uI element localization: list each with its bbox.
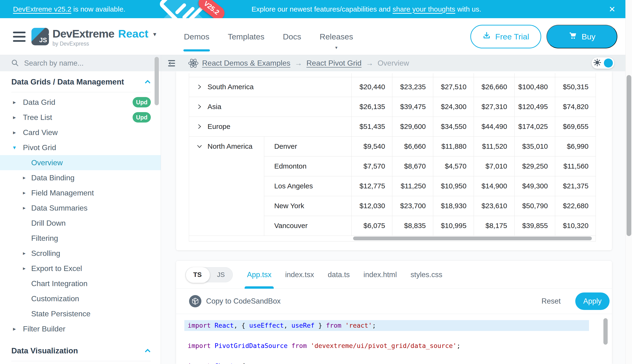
breadcrumb-link-react-demos-examples[interactable]: React Demos & Examples: [202, 59, 290, 68]
code-token: [288, 342, 291, 349]
tab-data-ts[interactable]: data.ts: [328, 261, 350, 289]
pivot-value-cell: $21,375: [555, 176, 596, 196]
page-scrollbar-track[interactable]: [625, 0, 632, 364]
sidebar-item-field-management[interactable]: ▸Field Management: [0, 185, 161, 200]
sidebar: Data Grids / Data Management▸Data GridUp…: [0, 55, 161, 364]
sidebar-item-filter-builder[interactable]: ▸Filter Builder: [0, 321, 161, 336]
chevron-right-icon[interactable]: [197, 84, 202, 90]
sidebar-item-data-binding[interactable]: ▸Data Binding: [0, 170, 161, 185]
pivot-value-cell: $8,835: [392, 216, 433, 236]
sidebar-scrollbar-thumb[interactable]: [155, 57, 159, 105]
main-content: React Demos & Examples→React Pivot Grid→…: [161, 55, 632, 364]
brand-byline: by DevExpress: [53, 40, 157, 47]
banner-version-link[interactable]: DevExtreme v25.2: [13, 5, 71, 13]
page-scrollbar-thumb[interactable]: [626, 75, 631, 236]
sidebar-item-label: Data Summaries: [31, 204, 87, 212]
sidebar-heading-label: Data Visualization: [11, 346, 78, 355]
sidebar-item-export-to-excel[interactable]: ▸Export to Excel: [0, 261, 161, 276]
devextreme-logo[interactable]: JS: [32, 28, 49, 45]
chevron-right-icon[interactable]: [197, 124, 202, 129]
sidebar-search[interactable]: [0, 55, 161, 71]
nav-item-releases[interactable]: Releases▾: [320, 18, 353, 55]
breadcrumb-link-react-pivot-grid[interactable]: React Pivot Grid: [306, 59, 361, 68]
theme-toggle[interactable]: [592, 57, 614, 69]
collapse-sidebar-icon[interactable]: [167, 59, 176, 68]
chevron-up-icon[interactable]: [145, 349, 151, 354]
row-header-content: North America: [197, 142, 264, 150]
pivot-row-header-los-angeles[interactable]: Los Angeles: [264, 176, 352, 196]
sidebar-item-label: State Persistence: [31, 310, 91, 318]
nav-item-docs[interactable]: Docs: [283, 18, 301, 55]
nav-item-templates[interactable]: Templates: [228, 18, 265, 55]
sidebar-item-state-persistence[interactable]: State Persistence: [0, 306, 161, 321]
pivot-value-cell: $174,025: [514, 116, 555, 136]
sidebar-item-drill-down[interactable]: Drill Down: [0, 216, 161, 231]
chevron-right-icon: ▸: [23, 250, 31, 256]
framework-selector[interactable]: React: [118, 27, 148, 40]
sidebar-item-card-view[interactable]: ▸Card View: [0, 125, 161, 140]
chevron-up-icon[interactable]: [145, 80, 151, 86]
sidebar-heading-data-grids-data-management[interactable]: Data Grids / Data Management: [0, 74, 161, 89]
sidebar-item-data-summaries[interactable]: ▸Data Summaries: [0, 200, 161, 216]
sidebar-item-filtering[interactable]: Filtering: [0, 231, 161, 246]
chevron-right-icon[interactable]: [197, 104, 202, 110]
pivot-value-cell: $12,030: [352, 196, 392, 216]
chevron-down-icon[interactable]: ▼: [152, 32, 157, 38]
pivot-value-cell: $10,320: [555, 216, 596, 236]
pivot-row-header-new-york[interactable]: New York: [264, 196, 352, 216]
tab-styles-css[interactable]: styles.css: [410, 261, 442, 289]
tab-app-tsx[interactable]: App.tsx: [247, 261, 271, 289]
sidebar-divider: [11, 92, 151, 92]
pivot-row-header-europe[interactable]: Europe: [189, 116, 352, 136]
pivot-value-cell: $34,550: [433, 116, 474, 136]
pivot-row-header-denver[interactable]: Denver: [264, 136, 352, 156]
copy-to-codesandbox-link[interactable]: Copy to CodeSandBox: [206, 297, 281, 306]
pivot-row-header-north-america[interactable]: North America: [189, 136, 264, 236]
tab-index-html[interactable]: index.html: [363, 261, 397, 289]
ts-js-toggle[interactable]: TSJS: [185, 267, 233, 282]
sidebar-item-scrolling[interactable]: ▸Scrolling: [0, 246, 161, 261]
codesandbox-icon[interactable]: [189, 295, 201, 307]
nav-item-demos[interactable]: Demos: [184, 18, 209, 55]
sidebar-item-data-grid[interactable]: ▸Data GridUpd: [0, 95, 161, 110]
tab-index-tsx[interactable]: index.tsx: [285, 261, 314, 289]
code-token: import: [188, 342, 211, 349]
pivot-value-cell: $8,670: [392, 156, 433, 176]
sidebar-item-tree-list[interactable]: ▸Tree ListUpd: [0, 110, 161, 125]
horizontal-scrollbar-track[interactable]: [352, 236, 594, 240]
pivot-row-header-edmonton[interactable]: Edmonton: [264, 156, 352, 176]
code-editor[interactable]: import React, { useEffect, useRef } from…: [176, 314, 612, 364]
pivot-row-header-vancouver[interactable]: Vancouver: [264, 216, 352, 236]
sidebar-item-chart-integration[interactable]: Chart Integration: [0, 276, 161, 291]
sidebar-item-label: Export to Excel: [31, 264, 82, 273]
horizontal-scrollbar-thumb[interactable]: [353, 236, 592, 240]
banner-close-icon[interactable]: ✕: [609, 0, 616, 18]
lang-option-ts[interactable]: TS: [186, 271, 209, 278]
buy-button[interactable]: Buy: [546, 25, 617, 48]
sidebar-heading-data-visualization[interactable]: Data Visualization: [0, 344, 161, 358]
pivot-value-cell: $18,930: [433, 196, 474, 216]
breadcrumb-separator: →: [366, 59, 373, 68]
sidebar-item-overview[interactable]: Overview: [0, 155, 161, 170]
share-your-thoughts-link[interactable]: share your thoughts: [392, 5, 455, 13]
code-scrollbar-thumb[interactable]: [603, 318, 608, 345]
sidebar-item-pivot-grid[interactable]: ▾Pivot Grid: [0, 140, 161, 155]
pivot-value-cell: $8,175: [474, 216, 514, 236]
sidebar-item-customization[interactable]: Customization: [0, 291, 161, 306]
apply-button[interactable]: Apply: [575, 292, 609, 310]
search-input[interactable]: [24, 59, 138, 68]
breadcrumb: React Demos & Examples→React Pivot Grid→…: [202, 59, 409, 68]
hamburger-menu-icon[interactable]: [13, 18, 26, 55]
sidebar-item-label: Data Binding: [31, 174, 74, 182]
pivot-value-cell: $120,495: [514, 97, 555, 116]
free-trial-button[interactable]: Free Trial: [470, 25, 541, 48]
pivot-row-header-asia[interactable]: Asia: [189, 97, 352, 116]
chevron-down-icon[interactable]: [197, 144, 202, 149]
pivot-row-header-south-america[interactable]: South America: [189, 77, 352, 97]
theme-toggle-knob[interactable]: [604, 58, 613, 68]
chevron-right-icon: ▸: [23, 205, 31, 211]
search-icon: [11, 59, 19, 68]
reset-button[interactable]: Reset: [541, 297, 561, 306]
lang-option-js[interactable]: JS: [209, 271, 233, 278]
pivot-hscroll-area: [189, 236, 596, 242]
